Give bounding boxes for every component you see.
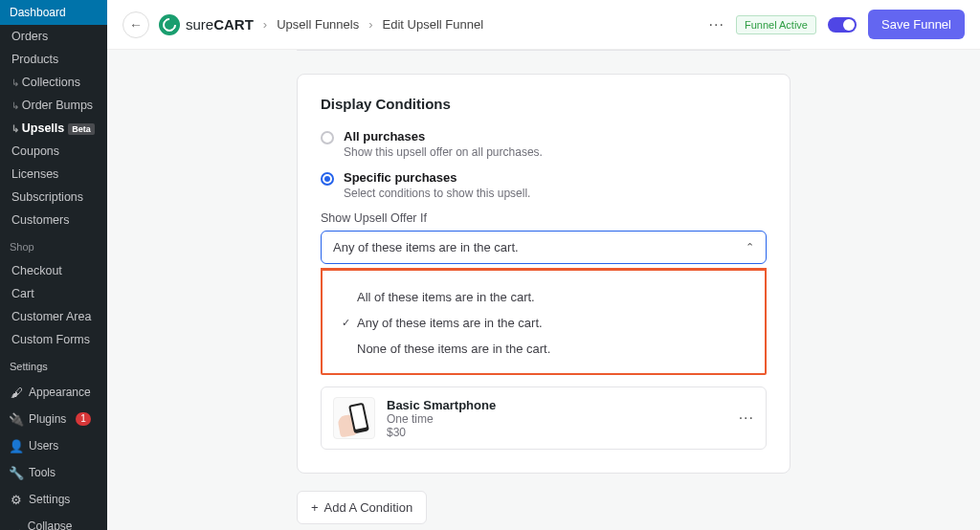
save-funnel-button[interactable]: Save Funnel bbox=[868, 10, 965, 39]
sidebar-item-order-bumps[interactable]: ↳ Order Bumps bbox=[0, 94, 107, 117]
display-conditions-card: Display Conditions All purchases Show th… bbox=[297, 74, 791, 474]
brand-logo[interactable]: sureCART bbox=[159, 14, 254, 35]
sidebar-item-tools[interactable]: 🔧Tools bbox=[0, 459, 107, 486]
show-if-select[interactable]: Any of these items are in the cart. ⌃ bbox=[321, 231, 767, 264]
breadcrumb-upsell-funnels[interactable]: Upsell Funnels bbox=[277, 17, 359, 32]
condition-product-row: Basic Smartphone One time $30 ··· bbox=[321, 386, 767, 450]
topbar: ← sureCART › Upsell Funnels › Edit Upsel… bbox=[107, 0, 980, 50]
sidebar-heading-settings[interactable]: Settings bbox=[0, 351, 107, 379]
settings-icon: ⚙ bbox=[10, 493, 23, 506]
chevron-right-icon: › bbox=[263, 17, 267, 32]
sidebar-item-cart[interactable]: Cart bbox=[0, 282, 107, 305]
dropdown-option[interactable]: ✓Any of these items are in the cart. bbox=[332, 310, 755, 336]
back-button[interactable]: ← bbox=[122, 11, 149, 38]
sidebar-item-products[interactable]: Products bbox=[0, 48, 107, 71]
sidebar-item-appearance[interactable]: 🖌Appearance bbox=[0, 379, 107, 406]
sidebar-item-orders[interactable]: Orders bbox=[0, 25, 107, 48]
funnel-active-toggle[interactable] bbox=[828, 17, 857, 33]
breadcrumb-edit-funnel: Edit Upsell Funnel bbox=[383, 17, 484, 32]
sidebar-item-dashboard[interactable]: Dashboard bbox=[0, 0, 107, 25]
sidebar-item-collections[interactable]: ↳ Collections bbox=[0, 71, 107, 94]
users-icon: 👤 bbox=[10, 439, 23, 453]
sidebar-item-licenses[interactable]: Licenses bbox=[0, 163, 107, 186]
sidebar-item-upsells[interactable]: ↳ UpsellsBeta bbox=[0, 117, 107, 140]
collapse-icon: ◀ bbox=[10, 526, 22, 530]
tools-icon: 🔧 bbox=[10, 466, 23, 479]
plus-icon: + bbox=[311, 500, 319, 515]
product-row-menu[interactable]: ··· bbox=[739, 409, 754, 427]
dropdown-option[interactable]: All of these items are in the cart. bbox=[332, 284, 755, 310]
more-menu-button[interactable]: ··· bbox=[709, 16, 724, 33]
sidebar-item-users[interactable]: 👤Users bbox=[0, 432, 107, 459]
sidebar-item-custom-forms[interactable]: Custom Forms bbox=[0, 328, 107, 351]
plugin-icon: 🔌 bbox=[10, 412, 23, 426]
funnel-status-badge: Funnel Active bbox=[736, 15, 816, 34]
show-if-label: Show Upsell Offer If bbox=[321, 211, 767, 225]
sidebar-heading-shop: Shop bbox=[0, 232, 107, 259]
show-if-dropdown: All of these items are in the cart.✓Any … bbox=[321, 268, 767, 375]
card-title: Display Conditions bbox=[321, 96, 767, 112]
sidebar-item-settings[interactable]: ⚙Settings bbox=[0, 486, 107, 513]
sidebar-item-customer-area[interactable]: Customer Area bbox=[0, 305, 107, 328]
product-price: $30 bbox=[387, 426, 727, 439]
sidebar-item-customers[interactable]: Customers bbox=[0, 209, 107, 232]
radio-specific-purchases-label: Specific purchases bbox=[344, 170, 530, 185]
radio-all-purchases[interactable] bbox=[321, 131, 334, 144]
chevron-up-icon: ⌃ bbox=[746, 241, 754, 254]
add-condition-button[interactable]: + Add A Condition bbox=[297, 491, 427, 524]
admin-sidebar: Dashboard OrdersProducts↳ Collections↳ O… bbox=[0, 0, 107, 530]
check-icon: ✓ bbox=[342, 317, 351, 329]
sidebar-item-plugins[interactable]: 🔌Plugins1 bbox=[0, 406, 107, 432]
sidebar-item-checkout[interactable]: Checkout bbox=[0, 259, 107, 282]
chevron-right-icon: › bbox=[368, 17, 372, 32]
radio-specific-purchases[interactable] bbox=[321, 172, 334, 186]
surecart-icon bbox=[159, 14, 180, 35]
dropdown-option[interactable]: None of these items are in the cart. bbox=[332, 336, 755, 362]
sidebar-item-coupons[interactable]: Coupons bbox=[0, 140, 107, 163]
brush-icon: 🖌 bbox=[10, 386, 23, 399]
sidebar-item-subscriptions[interactable]: Subscriptions bbox=[0, 186, 107, 209]
product-thumbnail bbox=[333, 397, 375, 439]
product-interval: One time bbox=[387, 412, 727, 426]
radio-all-purchases-label: All purchases bbox=[344, 129, 543, 144]
product-name: Basic Smartphone bbox=[387, 398, 727, 412]
sidebar-item-collapse-menu[interactable]: ◀Collapse menu bbox=[0, 513, 107, 530]
